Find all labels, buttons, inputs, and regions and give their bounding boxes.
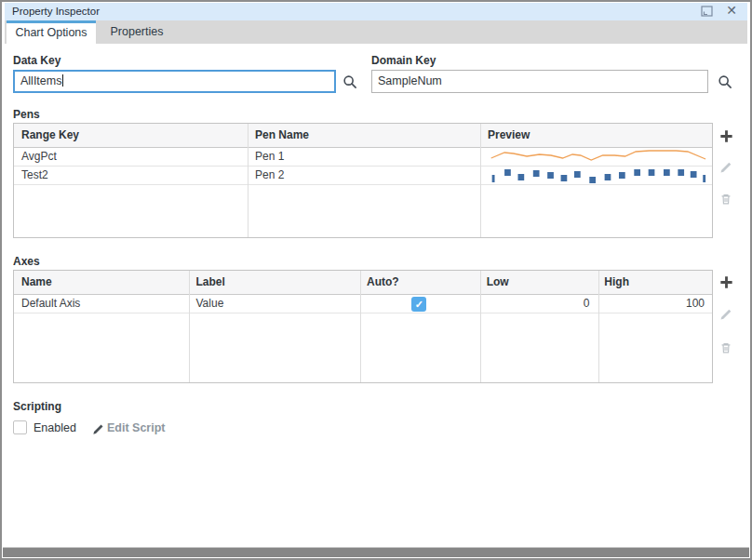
axes-table: NameLabelAuto?LowHighDefault AxisValue✓0…: [13, 270, 713, 383]
column-divider: [598, 271, 599, 382]
axis-label-cell: Value: [189, 295, 360, 313]
column-header[interactable]: Range Key: [14, 124, 248, 147]
column-divider: [189, 271, 190, 382]
data-key-search-icon[interactable]: [340, 72, 360, 92]
column-divider: [480, 124, 481, 237]
property-inspector-window: Property Inspector ✕ Chart OptionsProper…: [0, 0, 752, 560]
axes-delete-button[interactable]: [716, 338, 736, 358]
pen-preview-cell: [480, 167, 712, 184]
pens-section-label: Pens: [13, 108, 40, 121]
table-header-row: NameLabelAuto?LowHigh: [14, 271, 712, 295]
table-row[interactable]: Test2Pen 2: [14, 167, 712, 185]
chart-options-panel: Data Key AllItems Domain Key SampleNum P…: [5, 44, 747, 548]
float-icon[interactable]: [701, 6, 713, 17]
tab-strip: Chart OptionsProperties: [5, 20, 747, 44]
pens-add-button[interactable]: [716, 126, 736, 146]
scripting-enabled-label: Enabled: [34, 421, 76, 434]
pen-name-cell: Pen 1: [248, 148, 480, 166]
column-header[interactable]: High: [597, 271, 712, 294]
window-title: Property Inspector: [12, 3, 100, 20]
bottom-frame-bar: [3, 547, 749, 557]
data-key-input[interactable]: AllItems: [13, 70, 336, 93]
pens-table: Range KeyPen NamePreviewAvgPctPen 1Test2…: [13, 123, 713, 238]
edit-script-pencil-icon[interactable]: [87, 419, 108, 439]
axis-low-cell: 0: [479, 295, 598, 313]
axis-name-cell: Default Axis: [14, 295, 189, 313]
axis-high-cell: 100: [597, 295, 712, 313]
column-header[interactable]: Low: [479, 271, 598, 294]
axes-add-button[interactable]: [716, 272, 736, 292]
window-titlebar[interactable]: Property Inspector: [5, 3, 747, 20]
table-row[interactable]: Default AxisValue✓0100: [14, 295, 712, 313]
pen-range-key-cell: AvgPct: [14, 148, 248, 166]
column-header[interactable]: Name: [14, 271, 189, 294]
pen-range-key-cell: Test2: [14, 167, 248, 184]
axes-edit-button[interactable]: [716, 304, 736, 325]
pen-name-cell: Pen 2: [248, 167, 480, 184]
tab-chart-options[interactable]: Chart Options: [7, 20, 96, 44]
column-header[interactable]: Label: [189, 271, 360, 294]
close-icon[interactable]: ✕: [724, 3, 739, 19]
column-header[interactable]: Pen Name: [248, 124, 480, 147]
pens-edit-button[interactable]: [716, 157, 736, 178]
column-header[interactable]: Auto?: [359, 271, 479, 294]
column-header[interactable]: Preview: [480, 124, 712, 147]
column-divider: [480, 271, 481, 382]
text-caret: [62, 74, 63, 87]
table-header-row: Range KeyPen NamePreview: [14, 124, 712, 148]
scripting-enabled-checkbox[interactable]: [13, 420, 27, 434]
domain-key-search-icon[interactable]: [715, 72, 735, 92]
scripting-section-label: Scripting: [13, 400, 61, 413]
column-divider: [360, 271, 361, 382]
pens-delete-button[interactable]: [716, 189, 736, 209]
axes-section-label: Axes: [13, 255, 40, 268]
data-key-label: Data Key: [13, 54, 60, 67]
table-row[interactable]: AvgPctPen 1: [14, 148, 712, 167]
column-divider: [248, 124, 248, 237]
tab-properties[interactable]: Properties: [96, 20, 178, 44]
domain-key-label: Domain Key: [371, 54, 436, 67]
edit-script-button[interactable]: Edit Script: [107, 421, 166, 434]
axis-auto-cell[interactable]: ✓: [359, 295, 479, 313]
domain-key-input[interactable]: SampleNum: [371, 70, 708, 93]
pen-preview-cell: [480, 148, 712, 166]
axis-auto-checkbox[interactable]: ✓: [411, 297, 426, 312]
